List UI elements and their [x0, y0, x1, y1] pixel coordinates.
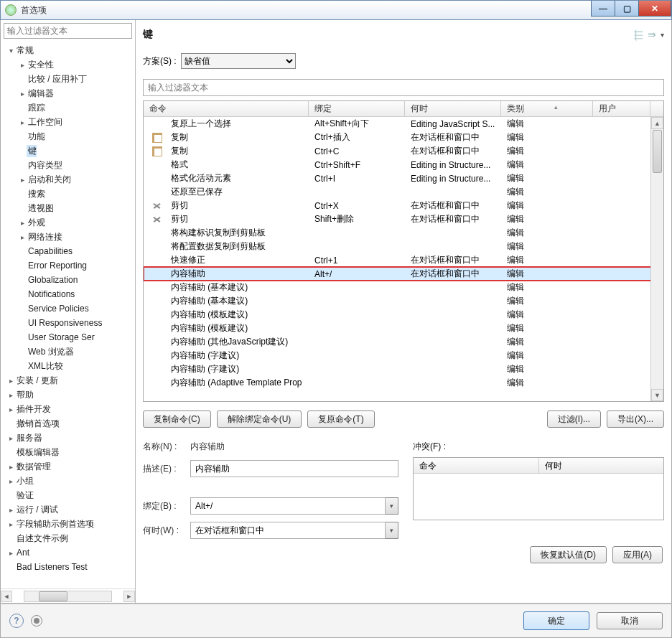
table-row[interactable]: 内容辅助 (字建议)编辑: [144, 362, 663, 376]
restore-command-button[interactable]: 复原命令(T): [307, 411, 374, 428]
tree-item[interactable]: ▸插件开发: [4, 402, 135, 416]
tree-item[interactable]: ▸启动和关闭: [4, 172, 135, 187]
scroll-track[interactable]: [24, 591, 112, 602]
table-row[interactable]: 内容辅助 (模板建议)编辑: [144, 322, 663, 335]
col-user[interactable]: 用户: [593, 101, 650, 116]
table-row[interactable]: 内容辅助 (Adaptive Template Prop编辑: [144, 376, 663, 390]
tree-item[interactable]: Globalization: [4, 273, 135, 287]
expand-icon[interactable]: ▾: [6, 47, 15, 55]
table-row[interactable]: 复制Ctrl+插入在对话框和窗口中编辑: [144, 131, 663, 144]
expand-icon[interactable]: ▸: [6, 477, 15, 485]
unbind-command-button[interactable]: 解除绑定命令(U): [217, 411, 302, 428]
table-row[interactable]: 还原至已保存编辑: [144, 185, 663, 199]
tree-item[interactable]: ▸字段辅助示例首选项: [4, 517, 135, 531]
tree-item[interactable]: 功能: [4, 129, 135, 144]
expand-icon[interactable]: ▸: [6, 391, 15, 399]
table-row[interactable]: 格式Ctrl+Shift+FEditing in Structure...编辑: [144, 158, 663, 172]
table-row[interactable]: 复制Ctrl+C在对话框和窗口中编辑: [144, 144, 663, 158]
col-binding[interactable]: 绑定: [309, 101, 405, 116]
tree-item[interactable]: Error Reporting: [4, 258, 135, 273]
tree-item[interactable]: Service Policies: [4, 301, 135, 316]
expand-icon[interactable]: ▸: [6, 405, 15, 413]
col-when[interactable]: 何时: [405, 101, 501, 116]
tree-item[interactable]: XML比较: [4, 359, 135, 373]
expand-icon[interactable]: ▸: [6, 506, 15, 514]
tree-item[interactable]: ▸服务器: [4, 431, 135, 445]
sidebar-filter-input[interactable]: [4, 23, 132, 39]
expand-icon[interactable]: ▸: [6, 434, 15, 442]
tree-item[interactable]: 透视图: [4, 201, 135, 215]
export-button[interactable]: 导出(X)...: [607, 411, 664, 428]
apply-button[interactable]: 应用(A): [612, 546, 663, 563]
tree-item[interactable]: ▸工作空间: [4, 115, 135, 129]
help-icon[interactable]: ?: [9, 614, 24, 628]
expand-icon[interactable]: ▸: [6, 463, 15, 471]
filter-button[interactable]: 过滤(I)...: [547, 411, 601, 428]
minimize-button[interactable]: —: [591, 1, 615, 17]
col-command[interactable]: 命令: [144, 101, 309, 116]
tree-item[interactable]: 搜索: [4, 187, 135, 201]
view-menu-icon[interactable]: ▾: [661, 31, 664, 39]
copy-command-button[interactable]: 复制命令(C): [143, 411, 211, 428]
table-row[interactable]: 内容辅助 (基本建议)编辑: [144, 281, 663, 294]
tree-item[interactable]: 撤销首选项: [4, 416, 135, 431]
table-row[interactable]: 内容辅助 (字建议)编辑: [144, 349, 663, 362]
table-vscroll[interactable]: ▲ ▼: [650, 117, 663, 401]
maximize-button[interactable]: ▢: [615, 1, 639, 17]
table-row[interactable]: 快速修正Ctrl+1在对话框和窗口中编辑: [144, 253, 663, 267]
tree-item[interactable]: ▸帮助: [4, 388, 135, 402]
tree-item[interactable]: 比较 / 应用补丁: [4, 72, 135, 86]
desc-input[interactable]: [190, 460, 398, 477]
expand-icon[interactable]: ▸: [18, 90, 27, 98]
conflict-col-cmd[interactable]: 命令: [414, 458, 539, 473]
table-row[interactable]: 剪切Ctrl+X在对话框和窗口中编辑: [144, 199, 663, 212]
tree-item[interactable]: Capabilities: [4, 244, 135, 258]
back-icon[interactable]: ⬱: [634, 29, 643, 41]
forward-icon[interactable]: ⇛: [648, 29, 656, 40]
col-category[interactable]: 类别: [501, 101, 593, 116]
tree-item[interactable]: Web 浏览器: [4, 344, 135, 359]
scroll-down-icon[interactable]: ▼: [651, 389, 663, 401]
tree-item[interactable]: ▾常规: [4, 43, 135, 57]
table-row[interactable]: 内容辅助Alt+/在对话框和窗口中编辑: [144, 267, 663, 281]
expand-icon[interactable]: ▸: [6, 377, 15, 385]
tree-item[interactable]: 内容类型: [4, 158, 135, 172]
expand-icon[interactable]: ▸: [18, 118, 27, 126]
restore-defaults-button[interactable]: 恢复默认值(D): [530, 546, 607, 563]
tree-item[interactable]: ▸网络连接: [4, 230, 135, 244]
expand-icon[interactable]: ▸: [6, 549, 15, 557]
tree-item[interactable]: 键: [4, 144, 135, 158]
tree-item[interactable]: ▸小组: [4, 474, 135, 488]
when-dropdown-icon[interactable]: ▾: [386, 522, 398, 539]
scroll-thumb[interactable]: [39, 591, 67, 601]
scroll-right-icon[interactable]: ►: [123, 591, 135, 602]
expand-icon[interactable]: ▸: [18, 176, 27, 184]
when-input[interactable]: [190, 522, 386, 539]
tree-item[interactable]: ▸编辑器: [4, 86, 135, 100]
import-export-icon[interactable]: [31, 615, 42, 627]
table-row[interactable]: 将构建标识复制到剪贴板编辑: [144, 226, 663, 240]
scroll-left-icon[interactable]: ◄: [1, 591, 12, 602]
close-button[interactable]: ✕: [638, 1, 671, 17]
tree-item[interactable]: User Storage Ser: [4, 330, 135, 344]
binding-input[interactable]: [190, 497, 386, 515]
table-row[interactable]: 格式化活动元素Ctrl+IEditing in Structure...编辑: [144, 172, 663, 185]
table-row[interactable]: 内容辅助 (基本建议)编辑: [144, 294, 663, 308]
keys-filter-input[interactable]: [143, 79, 664, 96]
expand-icon[interactable]: ▸: [18, 61, 27, 69]
table-row[interactable]: 将配置数据复制到剪贴板编辑: [144, 240, 663, 253]
tree-item[interactable]: 跟踪: [4, 100, 135, 115]
expand-icon[interactable]: ▸: [18, 233, 27, 241]
tree-item[interactable]: 模板编辑器: [4, 445, 135, 459]
tree-item[interactable]: ▸Ant: [4, 545, 135, 560]
tree-item[interactable]: ▸外观: [4, 215, 135, 230]
table-row[interactable]: 内容辅助 (其他JavaScript建议)编辑: [144, 335, 663, 349]
cancel-button[interactable]: 取消: [597, 612, 663, 629]
tree-item[interactable]: Notifications: [4, 287, 135, 301]
table-row[interactable]: 内容辅助 (模板建议)编辑: [144, 308, 663, 322]
binding-dropdown-icon[interactable]: ▾: [386, 497, 398, 515]
tree-item[interactable]: ▸数据管理: [4, 459, 135, 474]
tree-item[interactable]: ▸运行 / 调试: [4, 502, 135, 517]
tree-item[interactable]: ▸安全性: [4, 57, 135, 72]
vscroll-thumb[interactable]: [653, 130, 662, 173]
